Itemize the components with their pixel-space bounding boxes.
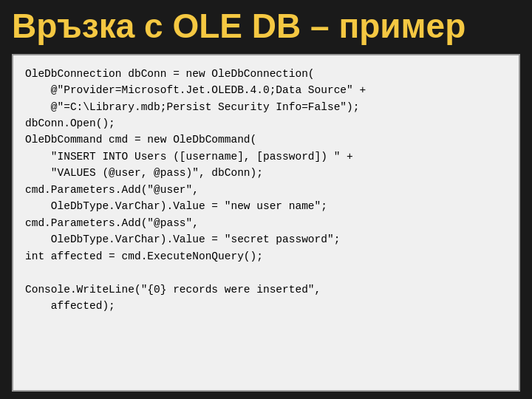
code-block: OleDbConnection dbConn = new OleDbConnec… (25, 66, 507, 315)
code-box: OleDbConnection dbConn = new OleDbConnec… (12, 54, 520, 392)
page-container: Връзка с OLE DB – пример OleDbConnection… (0, 0, 532, 399)
page-title: Връзка с OLE DB – пример (12, 7, 520, 45)
